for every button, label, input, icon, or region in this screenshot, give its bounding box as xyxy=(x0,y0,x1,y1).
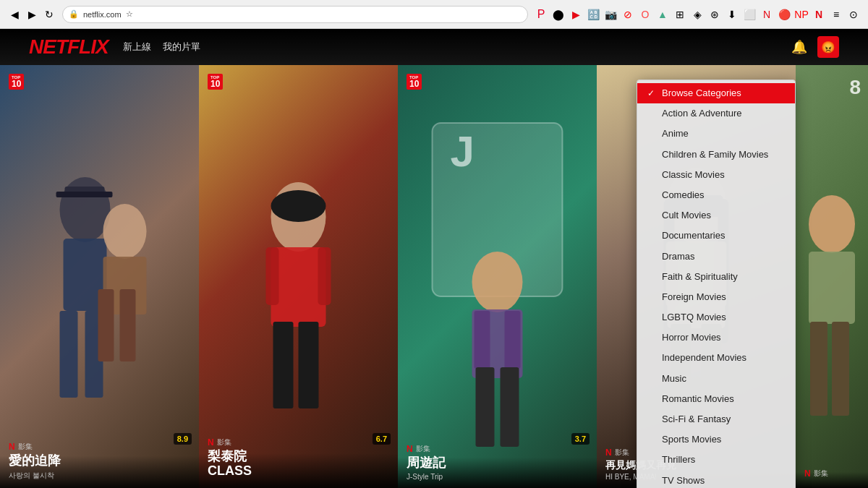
dropdown-label-classic: Classic Movies xyxy=(662,168,725,181)
n-logo-1: N xyxy=(9,442,15,452)
dropdown-item-children-family[interactable]: Children & Family Movies xyxy=(637,145,795,165)
svg-rect-2 xyxy=(60,311,78,398)
dropdown-item-horror[interactable]: Horror Movies xyxy=(637,328,795,348)
top10-badge-2: TOP 10 xyxy=(208,74,223,90)
top10-badge-1: TOP 10 xyxy=(9,74,24,90)
card-title-1: 愛的迫降 xyxy=(9,454,190,468)
n-logo-4: N xyxy=(605,448,612,458)
dropdown-label-independent: Independent Movies xyxy=(662,351,746,364)
dropdown-item-browse-categories[interactable]: ✓ Browse Categories xyxy=(637,83,795,103)
series-label-4: 影集 xyxy=(615,448,629,458)
back-icon[interactable]: ◀ xyxy=(7,7,22,22)
star-icon[interactable]: ☆ xyxy=(126,9,133,19)
nav-my-list[interactable]: 我的片單 xyxy=(163,40,200,53)
dropdown-item-classic-movies[interactable]: Classic Movies xyxy=(637,165,795,185)
movie-card-3[interactable]: J TOP 10 3.7 N 影集 xyxy=(398,65,597,488)
ext-icon-10[interactable]: ⊛ xyxy=(707,7,722,22)
header-right: 🔔 😡 xyxy=(791,36,839,58)
netflix-header: NETFLIX 新上線 我的片單 🔔 😡 xyxy=(0,29,868,65)
num-badge-5: 8 xyxy=(849,76,861,99)
dropdown-item-romantic[interactable]: Romantic Movies xyxy=(637,389,795,409)
svg-rect-12 xyxy=(266,247,279,305)
bell-icon[interactable]: 🔔 xyxy=(791,39,807,55)
refresh-icon[interactable]: ↻ xyxy=(42,7,56,22)
dropdown-label-sports: Sports Movies xyxy=(662,433,721,446)
dropdown-label-action: Action & Adventure xyxy=(662,107,742,120)
movie-card-2[interactable]: TOP 10 6.7 N 影集 梨泰院CLASS xyxy=(199,65,398,488)
svg-rect-37 xyxy=(832,322,849,416)
ext-icon-12[interactable]: ⬜ xyxy=(742,7,757,22)
browse-categories-dropdown: ✓ Browse Categories Action & Adventure A… xyxy=(637,80,796,488)
netflix-tag-2: N 影集 xyxy=(208,437,389,448)
dropdown-item-music[interactable]: Music xyxy=(637,369,795,389)
nav-new-release[interactable]: 新上線 xyxy=(123,40,151,53)
nav-items: 新上線 我的片單 xyxy=(123,40,200,53)
ext-icon-5[interactable]: ⊘ xyxy=(621,7,635,22)
movie-card-1[interactable]: TOP 10 8.9 N 影集 愛的迫降 사랑의 불시착 xyxy=(0,65,199,488)
dropdown-item-foreign[interactable]: Foreign Movies xyxy=(637,287,795,307)
dropdown-label-foreign: Foreign Movies xyxy=(662,291,726,304)
series-label-2: 影集 xyxy=(217,437,231,448)
dropdown-label-comedies: Comedies xyxy=(662,189,705,202)
dropdown-item-sports[interactable]: Sports Movies xyxy=(637,429,795,450)
ext-icon-1[interactable]: ⬤ xyxy=(551,7,566,22)
svg-rect-14 xyxy=(273,322,294,408)
top10-badge-3: TOP 10 xyxy=(407,74,422,90)
card-title-2: 梨泰院CLASS xyxy=(208,450,389,479)
ext-icon-2[interactable]: ▶ xyxy=(569,7,583,22)
svg-point-19 xyxy=(472,252,523,312)
svg-rect-9 xyxy=(120,289,136,361)
ext-icon-9[interactable]: ◈ xyxy=(690,7,705,22)
ext-icon-17[interactable]: ≡ xyxy=(829,7,843,22)
card-overlay-5: N 影集 xyxy=(796,461,868,488)
ext-pinterest-icon[interactable]: P xyxy=(534,7,548,22)
dropdown-label-children: Children & Family Movies xyxy=(662,148,768,161)
svg-text:J: J xyxy=(451,127,475,176)
dropdown-item-dramas[interactable]: Dramas xyxy=(637,247,795,267)
ext-icon-16[interactable]: N xyxy=(812,7,826,22)
svg-rect-24 xyxy=(501,367,519,447)
svg-rect-13 xyxy=(318,247,331,305)
browser-toolbar-right: P ⬤ ▶ 🔠 📷 ⊘ O ▲ ⊞ ◈ ⊛ ⬇ ⬜ N 🔴 NP N ≡ ⊙ xyxy=(534,7,861,22)
dropdown-item-tv-shows[interactable]: TV Shows xyxy=(637,471,795,488)
series-label-1: 影集 xyxy=(18,442,33,452)
dropdown-label-thrillers: Thrillers xyxy=(662,453,695,466)
user-avatar[interactable]: 😡 xyxy=(817,36,839,58)
dropdown-item-thrillers[interactable]: Thrillers xyxy=(637,450,795,470)
svg-rect-5 xyxy=(56,192,113,197)
dropdown-item-lgbtq[interactable]: LGBTQ Movies xyxy=(637,307,795,328)
card-overlay-2: N 影集 梨泰院CLASS xyxy=(199,430,398,488)
forward-icon[interactable]: ▶ xyxy=(25,7,39,22)
dropdown-label-browse-categories: Browse Categories xyxy=(662,87,741,100)
ext-icon-4[interactable]: 📷 xyxy=(603,7,618,22)
ext-icon-3[interactable]: 🔠 xyxy=(586,7,600,22)
dropdown-label-faith: Faith & Spirituality xyxy=(662,270,738,283)
dropdown-label-horror: Horror Movies xyxy=(662,331,721,344)
card-overlay-3: N 影集 周遊記 J-Style Trip xyxy=(398,437,597,488)
dropdown-item-faith[interactable]: Faith & Spirituality xyxy=(637,267,795,287)
ext-icon-6[interactable]: O xyxy=(638,7,652,22)
dropdown-label-tv-shows: TV Shows xyxy=(662,474,705,487)
ext-icon-8[interactable]: ⊞ xyxy=(673,7,687,22)
n-logo-3: N xyxy=(407,444,413,454)
dropdown-item-independent[interactable]: Independent Movies xyxy=(637,348,795,368)
dropdown-item-documentaries[interactable]: Documentaries xyxy=(637,226,795,246)
netflix-logo[interactable]: NETFLIX xyxy=(29,35,109,59)
dropdown-item-action-adventure[interactable]: Action & Adventure xyxy=(637,103,795,124)
card-subtitle-3: J-Style Trip xyxy=(407,473,588,481)
main-content: TOP 10 8.9 N 影集 愛的迫降 사랑의 불시착 xyxy=(0,65,868,488)
dropdown-item-anime[interactable]: Anime xyxy=(637,124,795,144)
ext-icon-11[interactable]: ⬇ xyxy=(725,7,739,22)
dropdown-item-scifi[interactable]: Sci-Fi & Fantasy xyxy=(637,409,795,429)
address-bar[interactable]: 🔒 netflix.com ☆ xyxy=(62,6,528,23)
ext-icon-14[interactable]: 🔴 xyxy=(777,7,791,22)
svg-rect-35 xyxy=(809,252,855,324)
series-label-5: 影集 xyxy=(814,468,828,479)
dropdown-item-cult-movies[interactable]: Cult Movies xyxy=(637,205,795,226)
movie-card-5[interactable]: 8 N 影集 xyxy=(796,65,868,488)
ext-icon-18[interactable]: ⊙ xyxy=(846,7,861,22)
ext-icon-13[interactable]: N xyxy=(760,7,774,22)
ext-icon-7[interactable]: ▲ xyxy=(655,7,670,22)
ext-icon-15[interactable]: NP xyxy=(794,7,809,22)
dropdown-item-comedies[interactable]: Comedies xyxy=(637,185,795,205)
